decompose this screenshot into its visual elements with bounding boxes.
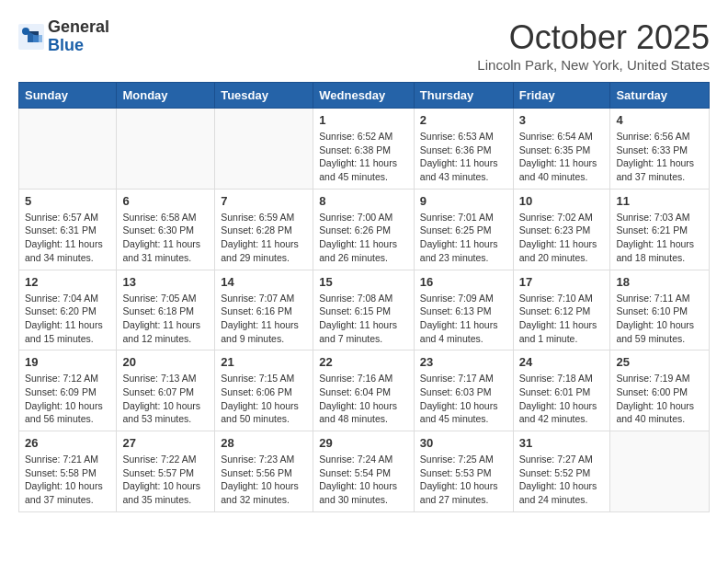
title-block: October 2025 Lincoln Park, New York, Uni… (477, 18, 710, 73)
day-content: Sunrise: 6:57 AM Sunset: 6:31 PM Dayligh… (25, 211, 110, 265)
calendar-cell: 4Sunrise: 6:56 AM Sunset: 6:33 PM Daylig… (610, 109, 710, 190)
day-number: 14 (221, 275, 307, 289)
day-content: Sunrise: 7:02 AM Sunset: 6:23 PM Dayligh… (519, 211, 605, 265)
day-number: 18 (616, 275, 703, 289)
day-content: Sunrise: 7:04 AM Sunset: 6:20 PM Dayligh… (25, 292, 110, 346)
calendar-cell: 14Sunrise: 7:07 AM Sunset: 6:16 PM Dayli… (215, 270, 313, 350)
day-content: Sunrise: 7:08 AM Sunset: 6:15 PM Dayligh… (319, 292, 408, 346)
day-number: 5 (25, 194, 110, 208)
calendar-cell: 2Sunrise: 6:53 AM Sunset: 6:36 PM Daylig… (414, 109, 513, 190)
calendar-cell: 23Sunrise: 7:17 AM Sunset: 6:03 PM Dayli… (414, 350, 513, 431)
calendar-cell: 24Sunrise: 7:18 AM Sunset: 6:01 PM Dayli… (513, 350, 610, 431)
location-label: Lincoln Park, New York, United States (477, 57, 710, 73)
calendar-cell (19, 109, 117, 190)
svg-marker-4 (33, 35, 42, 42)
page-header: General Blue October 2025 Lincoln Park, … (18, 18, 710, 73)
month-title: October 2025 (477, 18, 710, 57)
day-number: 7 (221, 194, 307, 208)
calendar-cell: 29Sunrise: 7:24 AM Sunset: 5:54 PM Dayli… (313, 431, 415, 512)
calendar-cell: 15Sunrise: 7:08 AM Sunset: 6:15 PM Dayli… (313, 270, 415, 350)
col-header-thursday: Thursday (414, 83, 513, 109)
calendar-cell: 3Sunrise: 6:54 AM Sunset: 6:35 PM Daylig… (513, 109, 610, 190)
calendar-cell: 20Sunrise: 7:13 AM Sunset: 6:07 PM Dayli… (117, 350, 215, 431)
calendar-cell: 28Sunrise: 7:23 AM Sunset: 5:56 PM Dayli… (215, 431, 313, 512)
day-content: Sunrise: 7:10 AM Sunset: 6:12 PM Dayligh… (519, 292, 605, 346)
day-content: Sunrise: 7:01 AM Sunset: 6:25 PM Dayligh… (420, 211, 507, 265)
calendar-cell: 25Sunrise: 7:19 AM Sunset: 6:00 PM Dayli… (610, 350, 710, 431)
day-content: Sunrise: 7:13 AM Sunset: 6:07 PM Dayligh… (122, 372, 209, 426)
calendar-cell: 8Sunrise: 7:00 AM Sunset: 6:26 PM Daylig… (313, 189, 415, 270)
day-number: 31 (519, 436, 605, 450)
day-number: 6 (122, 194, 209, 208)
logo: General Blue (18, 18, 109, 55)
day-number: 16 (420, 275, 507, 289)
day-content: Sunrise: 6:52 AM Sunset: 6:38 PM Dayligh… (319, 130, 408, 184)
day-content: Sunrise: 6:59 AM Sunset: 6:28 PM Dayligh… (221, 211, 307, 265)
calendar-week-row: 19Sunrise: 7:12 AM Sunset: 6:09 PM Dayli… (19, 350, 710, 431)
day-number: 24 (519, 355, 605, 369)
logo-general-label: General (48, 18, 109, 37)
day-number: 25 (616, 355, 703, 369)
calendar-cell: 13Sunrise: 7:05 AM Sunset: 6:18 PM Dayli… (117, 270, 215, 350)
day-content: Sunrise: 7:23 AM Sunset: 5:56 PM Dayligh… (221, 453, 307, 507)
day-number: 30 (420, 436, 507, 450)
calendar-cell: 30Sunrise: 7:25 AM Sunset: 5:53 PM Dayli… (414, 431, 513, 512)
calendar-cell: 18Sunrise: 7:11 AM Sunset: 6:10 PM Dayli… (610, 270, 710, 350)
day-number: 9 (420, 194, 507, 208)
day-number: 21 (221, 355, 307, 369)
day-content: Sunrise: 7:24 AM Sunset: 5:54 PM Dayligh… (319, 453, 408, 507)
calendar-cell: 17Sunrise: 7:10 AM Sunset: 6:12 PM Dayli… (513, 270, 610, 350)
col-header-wednesday: Wednesday (313, 83, 415, 109)
col-header-friday: Friday (513, 83, 610, 109)
calendar-cell: 11Sunrise: 7:03 AM Sunset: 6:21 PM Dayli… (610, 189, 710, 270)
day-number: 10 (519, 194, 605, 208)
calendar-week-row: 1Sunrise: 6:52 AM Sunset: 6:38 PM Daylig… (19, 109, 710, 190)
day-number: 20 (122, 355, 209, 369)
day-content: Sunrise: 7:21 AM Sunset: 5:58 PM Dayligh… (25, 453, 110, 507)
calendar-cell: 9Sunrise: 7:01 AM Sunset: 6:25 PM Daylig… (414, 189, 513, 270)
day-content: Sunrise: 7:27 AM Sunset: 5:52 PM Dayligh… (519, 453, 605, 507)
calendar-cell: 7Sunrise: 6:59 AM Sunset: 6:28 PM Daylig… (215, 189, 313, 270)
day-content: Sunrise: 7:03 AM Sunset: 6:21 PM Dayligh… (616, 211, 703, 265)
calendar-cell: 19Sunrise: 7:12 AM Sunset: 6:09 PM Dayli… (19, 350, 117, 431)
logo-blue-label: Blue (48, 37, 109, 55)
day-content: Sunrise: 7:17 AM Sunset: 6:03 PM Dayligh… (420, 372, 507, 426)
calendar-cell: 31Sunrise: 7:27 AM Sunset: 5:52 PM Dayli… (513, 431, 610, 512)
day-number: 23 (420, 355, 507, 369)
calendar-cell: 10Sunrise: 7:02 AM Sunset: 6:23 PM Dayli… (513, 189, 610, 270)
day-number: 12 (25, 275, 110, 289)
calendar-table: SundayMondayTuesdayWednesdayThursdayFrid… (18, 82, 710, 512)
calendar-cell: 6Sunrise: 6:58 AM Sunset: 6:30 PM Daylig… (117, 189, 215, 270)
day-content: Sunrise: 7:05 AM Sunset: 6:18 PM Dayligh… (122, 292, 209, 346)
col-header-monday: Monday (117, 83, 215, 109)
day-number: 15 (319, 275, 408, 289)
calendar-cell: 26Sunrise: 7:21 AM Sunset: 5:58 PM Dayli… (19, 431, 117, 512)
day-content: Sunrise: 7:15 AM Sunset: 6:06 PM Dayligh… (221, 372, 307, 426)
day-number: 28 (221, 436, 307, 450)
day-number: 3 (519, 113, 605, 127)
day-number: 27 (122, 436, 209, 450)
day-content: Sunrise: 6:54 AM Sunset: 6:35 PM Dayligh… (519, 130, 605, 184)
day-content: Sunrise: 7:19 AM Sunset: 6:00 PM Dayligh… (616, 372, 703, 426)
day-content: Sunrise: 6:53 AM Sunset: 6:36 PM Dayligh… (420, 130, 507, 184)
calendar-week-row: 26Sunrise: 7:21 AM Sunset: 5:58 PM Dayli… (19, 431, 710, 512)
day-content: Sunrise: 7:09 AM Sunset: 6:13 PM Dayligh… (420, 292, 507, 346)
col-header-sunday: Sunday (19, 83, 117, 109)
day-number: 17 (519, 275, 605, 289)
logo-text: General Blue (48, 18, 109, 55)
day-content: Sunrise: 7:11 AM Sunset: 6:10 PM Dayligh… (616, 292, 703, 346)
svg-point-3 (22, 28, 29, 35)
calendar-cell: 1Sunrise: 6:52 AM Sunset: 6:38 PM Daylig… (313, 109, 415, 190)
calendar-header-row: SundayMondayTuesdayWednesdayThursdayFrid… (19, 83, 710, 109)
calendar-week-row: 12Sunrise: 7:04 AM Sunset: 6:20 PM Dayli… (19, 270, 710, 350)
day-number: 4 (616, 113, 703, 127)
calendar-cell (215, 109, 313, 190)
col-header-saturday: Saturday (610, 83, 710, 109)
day-number: 2 (420, 113, 507, 127)
calendar-cell: 16Sunrise: 7:09 AM Sunset: 6:13 PM Dayli… (414, 270, 513, 350)
day-content: Sunrise: 6:58 AM Sunset: 6:30 PM Dayligh… (122, 211, 209, 265)
day-number: 8 (319, 194, 408, 208)
calendar-cell (117, 109, 215, 190)
day-number: 11 (616, 194, 703, 208)
day-number: 29 (319, 436, 408, 450)
